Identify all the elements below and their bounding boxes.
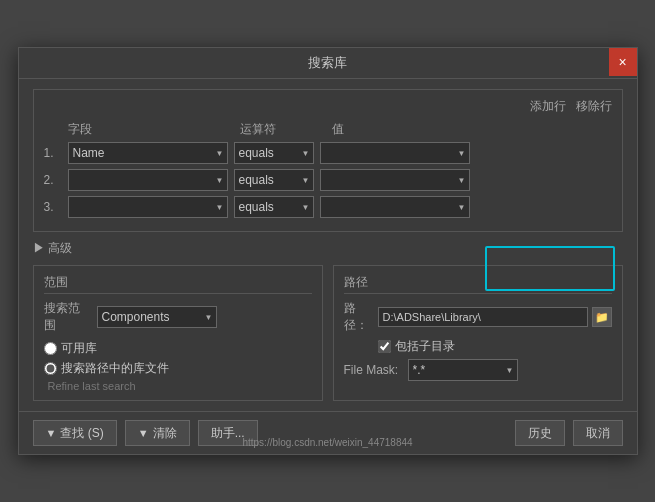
op-select-wrapper-1: equals — [234, 142, 314, 164]
dialog-title: 搜索库 — [308, 54, 347, 72]
row-num-3: 3. — [44, 200, 62, 214]
path-section: 路径 路径： 📁 包括子目录 File Mask: *.* — [333, 265, 623, 401]
footer-left: ▼ 查找 (S) ▼ 清除 助手... — [33, 420, 258, 446]
browse-button[interactable]: 📁 — [592, 307, 612, 327]
filter-actions: 添加行 移除行 — [44, 98, 612, 115]
op-select-3[interactable]: equals — [234, 196, 314, 218]
clear-icon: ▼ — [138, 427, 149, 439]
radio-group: 可用库 搜索路径中的库文件 — [44, 340, 312, 377]
scope-select[interactable]: Components — [97, 306, 217, 328]
scope-row: 搜索范围 Components — [44, 300, 312, 334]
op-select-wrapper-2: equals — [234, 169, 314, 191]
scope-section: 范围 搜索范围 Components 可用库 — [33, 265, 323, 401]
operator-column-header: 运算符 — [240, 121, 320, 138]
path-section-header: 路径 — [344, 274, 612, 294]
radio-available-libs: 可用库 — [44, 340, 312, 357]
op-select-1[interactable]: equals — [234, 142, 314, 164]
op-select-wrapper-3: equals — [234, 196, 314, 218]
filemask-select-wrapper: *.* — [408, 359, 518, 381]
history-label: 历史 — [528, 425, 552, 442]
remove-row-button[interactable]: 移除行 — [576, 98, 612, 115]
bottom-sections: 范围 搜索范围 Components 可用库 — [33, 265, 623, 401]
radio-search-path-libs: 搜索路径中的库文件 — [44, 360, 312, 377]
search-icon: ▼ — [46, 427, 57, 439]
close-button[interactable]: × — [609, 48, 637, 76]
scope-label: 搜索范围 — [44, 300, 89, 334]
row-num-2: 2. — [44, 173, 62, 187]
filemask-select[interactable]: *.* — [408, 359, 518, 381]
radio-searchpath-label: 搜索路径中的库文件 — [61, 360, 169, 377]
advanced-label: ▶ 高级 — [33, 240, 72, 257]
clear-button[interactable]: ▼ 清除 — [125, 420, 190, 446]
advanced-toggle[interactable]: ▶ 高级 — [33, 240, 623, 257]
include-subdirs-checkbox[interactable] — [378, 340, 391, 353]
filters-section: 添加行 移除行 字段 运算符 值 1. Name equals — [33, 89, 623, 232]
filter-row-2: 2. equals — [44, 169, 612, 191]
include-subdirs-row: 包括子目录 — [344, 338, 612, 355]
cancel-button[interactable]: 取消 — [573, 420, 623, 446]
field-column-header: 字段 — [68, 121, 228, 138]
scope-section-header: 范围 — [44, 274, 312, 294]
refine-text: Refine last search — [48, 380, 312, 392]
search-library-dialog: 搜索库 × 添加行 移除行 字段 运算符 值 1. Name — [18, 47, 638, 455]
field-select-wrapper-1: Name — [68, 142, 228, 164]
title-bar: 搜索库 × — [19, 48, 637, 79]
include-subdirs-label: 包括子目录 — [395, 338, 455, 355]
radio-available-input[interactable] — [44, 342, 57, 355]
helper-label: 助手... — [211, 425, 245, 442]
field-select-2[interactable] — [68, 169, 228, 191]
history-button[interactable]: 历史 — [515, 420, 565, 446]
val-select-3[interactable] — [320, 196, 470, 218]
val-select-wrapper-1 — [320, 142, 470, 164]
val-select-1[interactable] — [320, 142, 470, 164]
field-select-1[interactable]: Name — [68, 142, 228, 164]
scope-select-wrapper: Components — [97, 306, 217, 328]
add-row-button[interactable]: 添加行 — [530, 98, 566, 115]
path-row: 路径： 📁 — [344, 300, 612, 334]
val-select-wrapper-2 — [320, 169, 470, 191]
field-select-wrapper-3 — [68, 196, 228, 218]
row-num-1: 1. — [44, 146, 62, 160]
val-select-2[interactable] — [320, 169, 470, 191]
filemask-label: File Mask: — [344, 363, 404, 377]
path-input[interactable] — [378, 307, 588, 327]
path-label: 路径： — [344, 300, 374, 334]
value-column-header: 值 — [332, 121, 482, 138]
search-button[interactable]: ▼ 查找 (S) — [33, 420, 117, 446]
dialog-content: 添加行 移除行 字段 运算符 值 1. Name equals — [19, 79, 637, 411]
filter-row-3: 3. equals — [44, 196, 612, 218]
cancel-label: 取消 — [586, 425, 610, 442]
radio-available-label: 可用库 — [61, 340, 97, 357]
field-select-wrapper-2 — [68, 169, 228, 191]
field-select-3[interactable] — [68, 196, 228, 218]
search-label: 查找 (S) — [60, 425, 103, 442]
val-select-wrapper-3 — [320, 196, 470, 218]
filter-row-1: 1. Name equals — [44, 142, 612, 164]
clear-label: 清除 — [153, 425, 177, 442]
footer-right: 历史 取消 — [515, 420, 623, 446]
radio-searchpath-input[interactable] — [44, 362, 57, 375]
url-watermark: https://blog.csdn.net/weixin_44718844 — [242, 437, 412, 448]
filemask-row: File Mask: *.* — [344, 359, 612, 381]
filter-column-headers: 字段 运算符 值 — [44, 121, 612, 138]
op-select-2[interactable]: equals — [234, 169, 314, 191]
